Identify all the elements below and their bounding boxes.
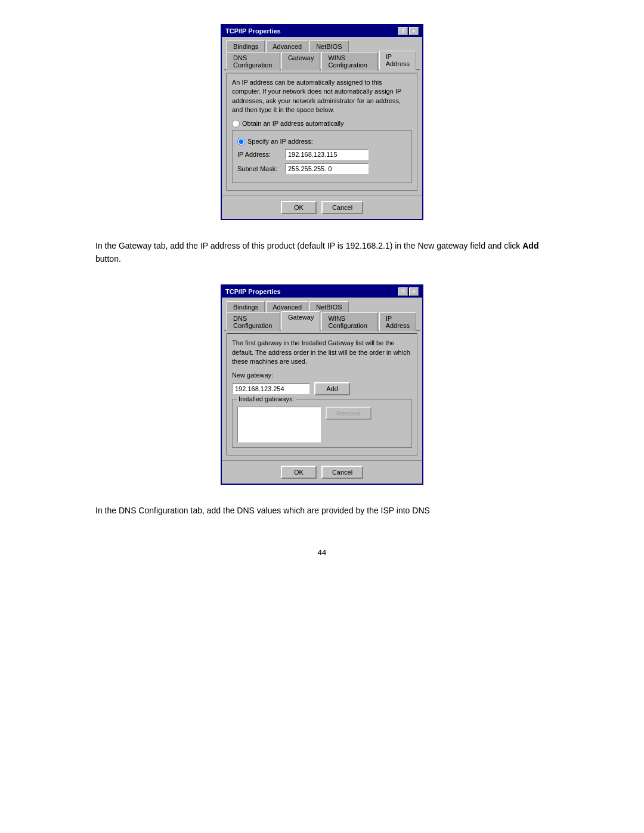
- dialog2-installed-row: Remove: [237, 407, 407, 442]
- dialog1-tab-wins[interactable]: WINS Configuration: [321, 52, 377, 70]
- tcpip-dialog-2: TCP/IP Properties ? × Bindings Advanced …: [221, 284, 423, 484]
- dialog2-cancel-button[interactable]: Cancel: [321, 466, 363, 479]
- dialog1-help-button[interactable]: ?: [398, 27, 408, 35]
- dialog2-tab-ipaddress[interactable]: IP Address: [379, 312, 416, 331]
- dialog2-btn-row: OK Cancel: [222, 460, 422, 484]
- dialog1-radio-auto[interactable]: Obtain an IP address automatically: [232, 120, 412, 128]
- dialog2-add-button[interactable]: Add: [314, 382, 350, 395]
- dialog1-tab-gateway[interactable]: Gateway: [281, 52, 320, 70]
- dialog1-body: Bindings Advanced NetBIOS DNS Configurat…: [222, 37, 422, 196]
- dialog1-tab-dns[interactable]: DNS Configuration: [227, 52, 280, 70]
- dialog2-body: Bindings Advanced NetBIOS DNS Configurat…: [222, 298, 422, 460]
- dialog1-radio-specify-input[interactable]: [237, 138, 245, 145]
- dialog1-cancel-button[interactable]: Cancel: [321, 201, 363, 214]
- dialog1-content: An IP address can be automatically assig…: [227, 73, 417, 191]
- page-number: 44: [318, 548, 326, 557]
- paragraph2-text: In the DNS Configuration tab, add the DN…: [95, 506, 430, 515]
- dialog2-tab-wins[interactable]: WINS Configuration: [321, 312, 377, 331]
- dialog1-ip-input[interactable]: [285, 149, 369, 160]
- dialog1-title: TCP/IP Properties: [225, 27, 281, 35]
- dialog1-mask-row: Subnet Mask:: [237, 163, 407, 174]
- tcpip-dialog-1: TCP/IP Properties ? × Bindings Advanced …: [221, 24, 423, 220]
- dialog1-specify-group: Specify an IP address: IP Address: Subne…: [232, 130, 412, 183]
- paragraph1-end: button.: [95, 254, 121, 264]
- dialog2-help-button[interactable]: ?: [398, 287, 408, 296]
- paragraph1-text: In the Gateway tab, add the IP address o…: [95, 241, 520, 250]
- dialog1-close-button[interactable]: ×: [409, 27, 419, 35]
- dialog2-title-buttons: ? ×: [398, 287, 419, 296]
- dialog1-title-buttons: ? ×: [398, 27, 419, 35]
- dialog2-tab-dns[interactable]: DNS Configuration: [227, 312, 280, 331]
- dialog1-radio-auto-input[interactable]: [232, 120, 240, 128]
- dialog1-tab-ipaddress[interactable]: IP Address: [379, 51, 416, 70]
- dialog2-close-button[interactable]: ×: [409, 287, 419, 296]
- dialog2-info-text: The first gateway in the Installed Gatew…: [232, 339, 412, 366]
- dialog1-radio-specify-label: Specify an IP address:: [247, 138, 313, 145]
- dialog1-titlebar: TCP/IP Properties ? ×: [222, 25, 422, 37]
- dialog1-radio-specify[interactable]: Specify an IP address:: [237, 138, 407, 145]
- dialog2-gateway-input[interactable]: [232, 383, 309, 394]
- dialog1-ip-row: IP Address:: [237, 149, 407, 160]
- dialog1-ok-button[interactable]: OK: [281, 201, 317, 214]
- dialog2-content: The first gateway in the Installed Gatew…: [227, 333, 417, 455]
- dialog2-tab-row1: Bindings Advanced NetBIOS: [224, 300, 420, 311]
- dialog2-ok-button[interactable]: OK: [281, 466, 317, 479]
- dialog2-tab-gateway[interactable]: Gateway: [281, 311, 320, 331]
- dialog1-tab-advanced[interactable]: Advanced: [266, 41, 308, 52]
- dialog1-tab-row2: DNS Configuration Gateway WINS Configura…: [224, 51, 420, 70]
- dialog1-info-text: An IP address can be automatically assig…: [232, 78, 412, 115]
- dialog1-radio-auto-label: Obtain an IP address automatically: [242, 120, 343, 127]
- dialog2-gateway-row: Add: [232, 382, 412, 395]
- dialog2-remove-button[interactable]: Remove: [326, 407, 371, 420]
- dialog1-mask-input[interactable]: [285, 163, 369, 174]
- dialog1-mask-label: Subnet Mask:: [237, 165, 285, 172]
- dialog2-new-gateway-label: New gateway:: [232, 371, 412, 379]
- dialog2-installed-list[interactable]: [237, 407, 321, 442]
- dialog2-installed-label: Installed gateways:: [237, 395, 296, 402]
- dialog1-btn-row: OK Cancel: [222, 196, 422, 219]
- dialog2-tab-row2: DNS Configuration Gateway WINS Configura…: [224, 311, 420, 331]
- dialog1-tab-row1: Bindings Advanced NetBIOS: [224, 39, 420, 51]
- dialog2-title: TCP/IP Properties: [225, 288, 281, 295]
- paragraph1-bold: Add: [522, 241, 538, 250]
- dialog1-ip-label: IP Address:: [237, 151, 285, 158]
- dialog2-titlebar: TCP/IP Properties ? ×: [222, 286, 422, 298]
- paragraph1: In the Gateway tab, add the IP address o…: [95, 239, 549, 266]
- paragraph2: In the DNS Configuration tab, add the DN…: [95, 504, 549, 517]
- dialog1-tab-bindings[interactable]: Bindings: [227, 41, 265, 52]
- dialog1-tab-netbios[interactable]: NetBIOS: [309, 41, 348, 52]
- dialog2-installed-group: Installed gateways: Remove: [232, 399, 412, 448]
- dialog2-tab-bindings[interactable]: Bindings: [227, 301, 265, 312]
